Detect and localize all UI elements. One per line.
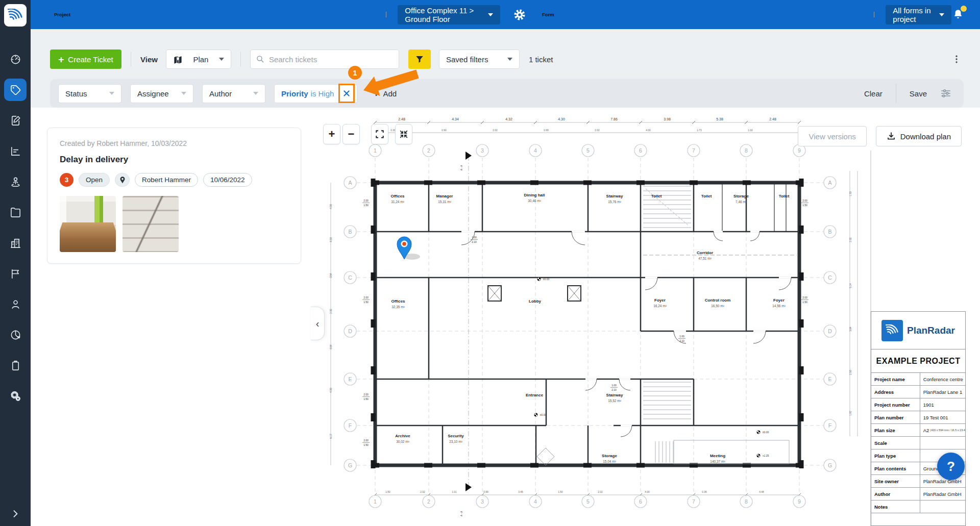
save-filters-button[interactable]: Save (910, 89, 927, 98)
filter-settings-button[interactable] (940, 88, 951, 99)
sidebar-item-reports[interactable] (4, 262, 27, 285)
view-mode-selector[interactable]: Plan (166, 49, 231, 69)
fullscreen-button[interactable] (371, 124, 388, 144)
filter-chip-priority-active[interactable]: Priority is High (274, 84, 357, 103)
search-input[interactable] (269, 55, 386, 64)
ticket-count-badge: 3 (60, 173, 74, 187)
svg-text:G: G (348, 462, 352, 468)
user-icon (10, 298, 21, 310)
dashboard-gauge-icon (10, 54, 21, 65)
sidebar-item-statistics[interactable] (4, 140, 27, 162)
pie-chart-icon (10, 329, 21, 341)
fit-to-screen-button[interactable] (395, 124, 412, 144)
project-settings-button[interactable] (513, 9, 526, 21)
room-name: Offices (390, 194, 405, 198)
sidebar-item-site-pin[interactable] (4, 170, 27, 193)
zoom-out-button[interactable]: − (342, 124, 360, 144)
filter-toggle-button[interactable] (408, 49, 431, 69)
room-name: Dining hall (524, 193, 545, 197)
ticket-due-date-badge: 10/06/2022 (203, 173, 252, 187)
download-plan-button[interactable]: Download plan (876, 126, 962, 146)
zoom-in-button[interactable]: + (323, 124, 340, 144)
filter-chip-author[interactable]: Author (202, 84, 265, 103)
svg-text:0.36: 0.36 (702, 491, 707, 493)
plan-viewer[interactable]: + − View versions (311, 108, 980, 526)
compress-arrows-icon (399, 130, 408, 139)
svg-text:A - A: A - A (460, 165, 463, 170)
svg-text:6: 6 (639, 147, 642, 154)
filter-chip-status[interactable]: Status (58, 84, 121, 103)
sidebar-item-forms[interactable] (4, 109, 27, 132)
sidebar-item-tasks[interactable] (4, 354, 27, 377)
svg-text:A - A: A - A (460, 511, 463, 516)
ticket-count: 1 ticket (529, 55, 553, 64)
collapse-panel-button[interactable]: ‹ (311, 307, 325, 340)
filter-chip-assignee[interactable]: Assignee (130, 84, 193, 103)
svg-text:1.50: 1.50 (802, 300, 807, 304)
room-name: Storage (602, 454, 617, 458)
create-ticket-button[interactable]: + Create Ticket (50, 49, 121, 69)
svg-text:2.00: 2.00 (363, 199, 369, 202)
svg-text:2.48: 2.48 (398, 117, 405, 121)
sidebar-item-contacts[interactable] (4, 293, 27, 315)
sidebar (0, 0, 31, 526)
sidebar-item-dashboard[interactable] (4, 48, 27, 70)
annotation-arrow (352, 68, 429, 104)
room-labels: Offices31,24 m² Manager15,31 m² Dining h… (390, 193, 789, 463)
chevron-down-icon (181, 92, 186, 95)
grid-lines (345, 145, 835, 508)
planradar-logo[interactable] (4, 4, 27, 27)
svg-text:A: A (348, 180, 352, 186)
sliders-icon (940, 88, 951, 99)
project-label: Project (51, 12, 386, 17)
notification-dot (961, 6, 967, 12)
svg-text:±0.00: ±0.00 (543, 278, 550, 281)
sidebar-item-settings[interactable] (4, 385, 27, 407)
svg-text:C: C (348, 274, 352, 281)
flag-icon (10, 268, 21, 280)
sidebar-item-analytics[interactable] (4, 323, 27, 346)
title-block-row: Plan number19 Test 001 (871, 411, 965, 424)
svg-text:F: F (349, 422, 352, 429)
ticket-title: Delay in delivery (60, 155, 288, 165)
ticket-pin-marker[interactable] (397, 237, 420, 260)
more-options-button[interactable] (949, 52, 964, 67)
svg-text:D: D (828, 328, 832, 334)
svg-text:2.00: 2.00 (363, 439, 369, 442)
gear-icon (513, 9, 526, 21)
sidebar-item-tickets[interactable] (4, 79, 27, 101)
attachment-photo-bricks[interactable] (122, 196, 179, 252)
ticket-card[interactable]: Created by Robert Hammer, 10/03/2022 Del… (47, 128, 301, 264)
room-area: 14,56 m² (772, 304, 786, 308)
view-versions-button[interactable]: View versions (798, 126, 866, 146)
room-area: 140,37 m² (710, 460, 725, 463)
attachment-photo-room[interactable] (60, 196, 116, 252)
svg-text:E: E (348, 376, 352, 382)
project-selector[interactable]: Office Complex 11 > Ground Floor (398, 5, 500, 24)
ticket-location-badge (115, 173, 130, 187)
svg-text:4.30: 4.30 (558, 117, 565, 121)
saved-filters-selector[interactable]: Saved filters (439, 49, 520, 69)
sidebar-expand-button[interactable] (0, 509, 31, 519)
svg-text:3: 3 (481, 147, 484, 154)
funnel-icon (415, 55, 424, 64)
svg-text:4.34: 4.34 (452, 117, 459, 121)
folder-icon (10, 207, 21, 218)
section-markers: A - A A - A (460, 152, 472, 516)
svg-text:5.38: 5.38 (716, 117, 723, 121)
sidebar-item-documents[interactable] (4, 201, 27, 223)
room-name: Corridor (697, 251, 713, 255)
help-button[interactable]: ? (937, 453, 965, 480)
filter-bar: Status Assignee Author Priority is High … (50, 79, 964, 108)
svg-text:C: C (828, 274, 832, 281)
kebab-menu-icon (951, 54, 962, 65)
document-pen-icon (10, 115, 21, 127)
clipboard-icon (10, 360, 21, 371)
room-area: 15,76 m² (608, 200, 621, 204)
form-selector[interactable]: All forms in project (886, 5, 951, 24)
clear-filters-button[interactable]: Clear (864, 89, 883, 98)
sidebar-item-projects[interactable] (4, 232, 27, 254)
person-pin-icon (10, 176, 21, 188)
notifications-button[interactable] (951, 8, 965, 21)
svg-text:9: 9 (798, 147, 801, 154)
